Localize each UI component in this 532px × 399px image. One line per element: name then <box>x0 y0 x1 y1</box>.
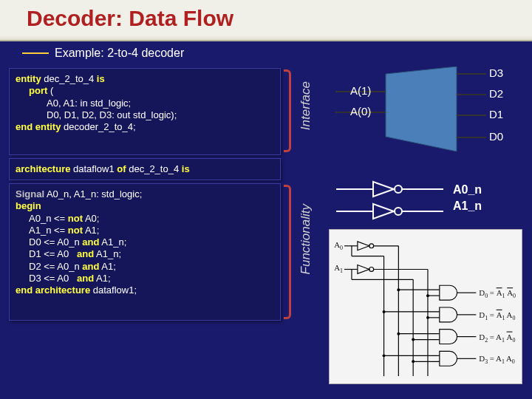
kw-of: of <box>117 163 126 174</box>
svg-text:D1 = A1 A0: D1 = A1 A0 <box>479 310 515 321</box>
kw-and: and <box>77 273 94 284</box>
svg-point-40 <box>383 310 386 313</box>
mux-diagram: A(1) A(0) D3 D2 D1 D0 <box>325 66 525 163</box>
svg-marker-26 <box>358 265 369 274</box>
svg-point-42 <box>426 316 429 319</box>
svg-point-52 <box>383 354 386 357</box>
mux-out-d0: D0 <box>489 130 503 143</box>
code-text: dec_2_to_4 <box>41 73 97 84</box>
mux-out-d2: D2 <box>489 87 503 100</box>
svg-point-36 <box>426 294 429 297</box>
kw-port: port <box>29 85 47 96</box>
bullet-icon <box>22 52 49 54</box>
subtitle-row: Example: 2-to-4 decoder <box>0 41 532 65</box>
kw-and: and <box>77 248 94 259</box>
code-text: D3 <= A0 <box>29 273 77 284</box>
svg-point-54 <box>412 360 415 363</box>
code-entity: entity dec_2_to_4 is port ( A0, A1: in s… <box>9 68 281 155</box>
svg-text:D0 = A1 A0: D0 = A1 A0 <box>479 288 516 299</box>
bracket-functionality <box>284 185 291 319</box>
mux-in-a1: A(1) <box>350 84 371 97</box>
code-text: decoder_2_to_4; <box>61 121 135 132</box>
code-text: A1_n; <box>94 248 121 259</box>
kw-and: and <box>82 236 99 248</box>
code-text: A0; <box>83 213 99 224</box>
not-gate-diagram: A0_n A1_n <box>329 174 528 229</box>
svg-marker-8 <box>373 182 394 197</box>
svg-marker-17 <box>358 242 369 250</box>
code-text: A1_n; <box>99 236 126 248</box>
svg-text:A1: A1 <box>334 263 343 274</box>
kw-end-entity: end entity <box>16 121 61 132</box>
code-text: A0_n <= <box>29 213 68 224</box>
svg-marker-0 <box>386 66 457 151</box>
mux-out-d3: D3 <box>489 66 503 79</box>
kw-not: not <box>68 213 83 224</box>
content-area: entity dec_2_to_4 is port ( A0, A1: in s… <box>0 65 532 399</box>
svg-point-34 <box>397 288 400 291</box>
code-text: A0_n, A1_n: std_logic; <box>44 188 142 200</box>
svg-marker-12 <box>373 204 394 219</box>
kw-end-arch: end architecture <box>16 284 90 296</box>
code-text: dec_2_to_4 <box>126 163 182 174</box>
code-text: A1; <box>94 273 110 284</box>
subtitle: Example: 2-to-4 decoder <box>55 47 184 60</box>
code-text: A1; <box>99 261 115 272</box>
kw-signal: Signal <box>16 188 44 200</box>
code-text: A1; <box>83 225 99 236</box>
code-text: D0, D1, D2, D3: out std_logic); <box>16 109 274 121</box>
title-bar: Decoder: Data Flow <box>0 0 532 41</box>
not-gate-icon <box>329 174 447 229</box>
code-text: D0 <= A0_n <box>29 236 82 248</box>
code-text: dataflow1; <box>90 284 137 296</box>
slide-title: Decoder: Data Flow <box>27 6 532 31</box>
mux-in-a0: A(0) <box>350 105 371 117</box>
kw-and: and <box>82 261 99 272</box>
bracket-interface <box>284 69 291 152</box>
code-text: D2 <= A0_n <box>29 261 82 272</box>
code-text: A0, A1: in std_logic; <box>16 98 274 109</box>
mux-out-d1: D1 <box>489 108 503 120</box>
label-functionality: Functionality <box>299 204 313 274</box>
kw-architecture: architecture <box>16 163 70 174</box>
label-a1n: A1_n <box>453 200 482 213</box>
kw-not: not <box>68 225 83 236</box>
svg-text:D3 = A1 A0: D3 = A1 A0 <box>479 354 515 365</box>
code-text: D1 <= A0 <box>29 248 77 259</box>
label-interface: Interface <box>299 81 313 130</box>
code-text: A1_n <= <box>29 225 68 236</box>
label-a0n: A0_n <box>453 183 482 197</box>
svg-point-48 <box>412 338 415 341</box>
kw-is: is <box>97 73 105 84</box>
kw-is: is <box>182 163 190 174</box>
schematic-diagram: A0 A1 <box>329 229 522 384</box>
kw-entity: entity <box>16 73 41 84</box>
code-arch-head: architecture dataflow1 of dec_2_to_4 is <box>9 158 281 180</box>
code-text: ( <box>47 85 53 96</box>
code-text: dataflow1 <box>70 163 117 174</box>
code-arch-body: Signal A0_n, A1_n: std_logic; begin A0_n… <box>9 183 281 321</box>
kw-begin: begin <box>16 200 274 212</box>
svg-text:A0: A0 <box>334 240 343 251</box>
svg-text:D2 = A1 A0: D2 = A1 A0 <box>479 332 515 344</box>
svg-point-46 <box>397 332 400 335</box>
